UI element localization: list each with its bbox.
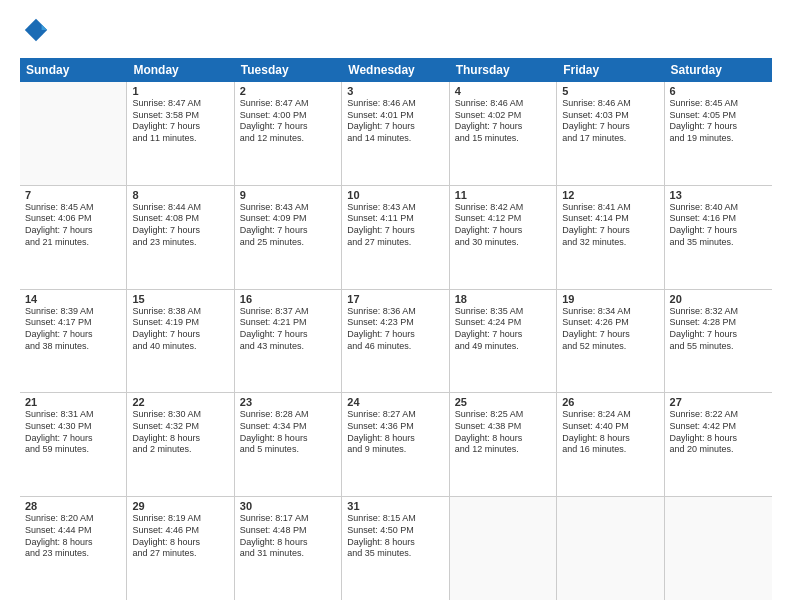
day-number: 11 [455,189,551,201]
calendar-cell: 6Sunrise: 8:45 AMSunset: 4:05 PMDaylight… [665,82,772,185]
day-number: 25 [455,396,551,408]
cell-line: and 46 minutes. [347,341,443,353]
cell-line: Sunset: 4:28 PM [670,317,767,329]
calendar-cell: 10Sunrise: 8:43 AMSunset: 4:11 PMDayligh… [342,186,449,289]
cell-line: and 27 minutes. [347,237,443,249]
logo [20,16,54,48]
calendar-cell: 16Sunrise: 8:37 AMSunset: 4:21 PMDayligh… [235,290,342,393]
cell-line: and 14 minutes. [347,133,443,145]
calendar-row: 28Sunrise: 8:20 AMSunset: 4:44 PMDayligh… [20,497,772,600]
cell-line: and 2 minutes. [132,444,228,456]
cell-line: Daylight: 7 hours [347,225,443,237]
cell-line: Sunset: 4:11 PM [347,213,443,225]
cell-line: and 32 minutes. [562,237,658,249]
cell-line: and 31 minutes. [240,548,336,560]
cell-line: and 9 minutes. [347,444,443,456]
cell-line: Sunrise: 8:39 AM [25,306,121,318]
cell-line: Sunset: 4:01 PM [347,110,443,122]
calendar-cell: 5Sunrise: 8:46 AMSunset: 4:03 PMDaylight… [557,82,664,185]
cell-line: Daylight: 8 hours [562,433,658,445]
cell-line: Daylight: 7 hours [455,329,551,341]
calendar-cell: 1Sunrise: 8:47 AMSunset: 3:58 PMDaylight… [127,82,234,185]
cell-line: Sunset: 4:16 PM [670,213,767,225]
logo-icon [22,16,50,44]
cell-line: and 27 minutes. [132,548,228,560]
cell-line: Sunrise: 8:47 AM [132,98,228,110]
cell-line: Daylight: 7 hours [670,121,767,133]
day-header: Saturday [665,58,772,82]
day-number: 6 [670,85,767,97]
cell-line: Daylight: 7 hours [347,329,443,341]
cell-line: and 23 minutes. [132,237,228,249]
cell-line: Daylight: 7 hours [562,121,658,133]
cell-line: Daylight: 7 hours [240,329,336,341]
calendar-cell: 9Sunrise: 8:43 AMSunset: 4:09 PMDaylight… [235,186,342,289]
cell-line: and 30 minutes. [455,237,551,249]
day-number: 14 [25,293,121,305]
day-number: 1 [132,85,228,97]
cell-line: Sunset: 4:40 PM [562,421,658,433]
cell-line: Daylight: 7 hours [347,121,443,133]
cell-line: Sunrise: 8:17 AM [240,513,336,525]
cell-line: Sunrise: 8:37 AM [240,306,336,318]
day-number: 30 [240,500,336,512]
calendar-cell [20,82,127,185]
cell-line: Daylight: 7 hours [562,329,658,341]
calendar-cell: 20Sunrise: 8:32 AMSunset: 4:28 PMDayligh… [665,290,772,393]
cell-line: Sunset: 4:46 PM [132,525,228,537]
cell-line: and 12 minutes. [455,444,551,456]
cell-line: Daylight: 8 hours [347,537,443,549]
calendar: SundayMondayTuesdayWednesdayThursdayFrid… [20,58,772,600]
cell-line: Sunset: 4:08 PM [132,213,228,225]
cell-line: Sunrise: 8:36 AM [347,306,443,318]
day-number: 23 [240,396,336,408]
cell-line: Sunset: 3:58 PM [132,110,228,122]
cell-line: Daylight: 7 hours [25,225,121,237]
calendar-cell: 29Sunrise: 8:19 AMSunset: 4:46 PMDayligh… [127,497,234,600]
header [20,16,772,48]
calendar-cell: 23Sunrise: 8:28 AMSunset: 4:34 PMDayligh… [235,393,342,496]
day-header: Friday [557,58,664,82]
calendar-header: SundayMondayTuesdayWednesdayThursdayFrid… [20,58,772,82]
day-number: 15 [132,293,228,305]
day-number: 7 [25,189,121,201]
cell-line: Daylight: 8 hours [240,537,336,549]
day-number: 4 [455,85,551,97]
day-number: 20 [670,293,767,305]
cell-line: Sunrise: 8:35 AM [455,306,551,318]
cell-line: Sunrise: 8:30 AM [132,409,228,421]
calendar-cell: 31Sunrise: 8:15 AMSunset: 4:50 PMDayligh… [342,497,449,600]
cell-line: Sunset: 4:30 PM [25,421,121,433]
cell-line: Sunset: 4:06 PM [25,213,121,225]
calendar-row: 14Sunrise: 8:39 AMSunset: 4:17 PMDayligh… [20,290,772,394]
cell-line: Sunset: 4:34 PM [240,421,336,433]
cell-line: and 5 minutes. [240,444,336,456]
cell-line: and 35 minutes. [670,237,767,249]
cell-line: and 35 minutes. [347,548,443,560]
cell-line: and 11 minutes. [132,133,228,145]
cell-line: Daylight: 7 hours [240,225,336,237]
cell-line: and 59 minutes. [25,444,121,456]
cell-line: Daylight: 7 hours [25,329,121,341]
cell-line: and 43 minutes. [240,341,336,353]
cell-line: Daylight: 7 hours [670,225,767,237]
cell-line: Sunset: 4:42 PM [670,421,767,433]
day-number: 9 [240,189,336,201]
cell-line: Sunrise: 8:31 AM [25,409,121,421]
cell-line: Sunset: 4:44 PM [25,525,121,537]
day-header: Sunday [20,58,127,82]
cell-line: and 17 minutes. [562,133,658,145]
cell-line: Daylight: 7 hours [132,225,228,237]
cell-line: Sunrise: 8:19 AM [132,513,228,525]
day-header: Wednesday [342,58,449,82]
day-number: 16 [240,293,336,305]
cell-line: and 38 minutes. [25,341,121,353]
cell-line: Sunset: 4:19 PM [132,317,228,329]
day-number: 21 [25,396,121,408]
calendar-cell: 26Sunrise: 8:24 AMSunset: 4:40 PMDayligh… [557,393,664,496]
cell-line: Daylight: 8 hours [670,433,767,445]
cell-line: Sunrise: 8:25 AM [455,409,551,421]
calendar-cell: 12Sunrise: 8:41 AMSunset: 4:14 PMDayligh… [557,186,664,289]
cell-line: Sunset: 4:21 PM [240,317,336,329]
calendar-body: 1Sunrise: 8:47 AMSunset: 3:58 PMDaylight… [20,82,772,600]
